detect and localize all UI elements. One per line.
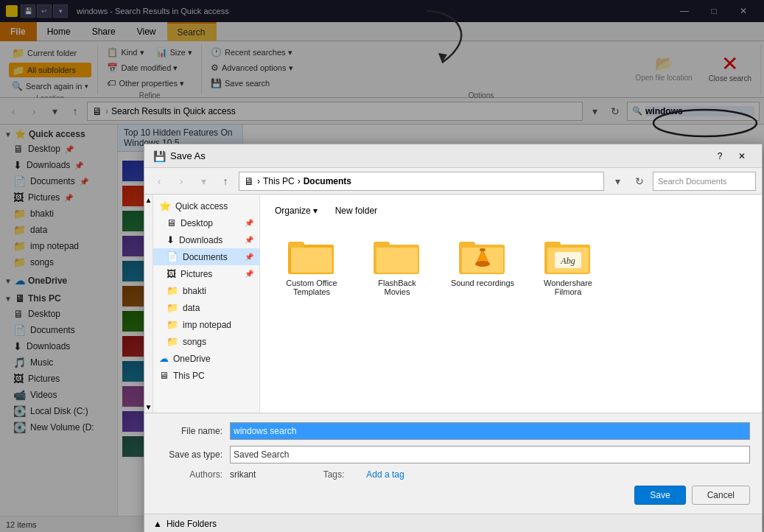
- svg-rect-3: [288, 242, 304, 248]
- svg-rect-14: [480, 248, 486, 251]
- dialog-refresh-btn[interactable]: ↻: [631, 172, 648, 190]
- dialog-close-btn[interactable]: ✕: [731, 147, 753, 166]
- dialog-organize-toolbar: Organize ▾ New folder: [269, 203, 753, 218]
- folder-label: Sound recordings: [451, 279, 514, 287]
- organize-btn[interactable]: Organize ▾: [269, 203, 323, 218]
- folder-label: Wondershare Filmora: [536, 279, 600, 296]
- dialog-body: ▲ ▼ ⭐ Quick access 🖥 Desktop 📌 ⬇: [144, 195, 762, 413]
- files-grid: Custom Office Templates FlashBack Movies: [269, 227, 753, 307]
- svg-text:Abg: Abg: [560, 256, 575, 266]
- savetype-input[interactable]: [230, 446, 750, 463]
- dialog-sidebar-bhakti[interactable]: 📁 bhakti: [153, 282, 259, 299]
- dialog-title-text: Save As: [170, 150, 709, 161]
- dialog-sidebar-thispc[interactable]: 🖥 This PC: [153, 367, 259, 384]
- dialog-breadcrumb[interactable]: 🖥 › This PC › Documents: [239, 172, 604, 191]
- authors-row: Authors: srikant Tags: Add a tag: [156, 469, 750, 480]
- scroll-up-btn[interactable]: ▲: [145, 196, 153, 204]
- dialog-search-box[interactable]: Search Documents: [653, 172, 756, 191]
- svg-rect-9: [459, 242, 475, 248]
- filename-input[interactable]: [230, 422, 750, 440]
- dialog-sidebar: ⭐ Quick access 🖥 Desktop 📌 ⬇ Downloads 📌: [153, 195, 260, 413]
- folder-sound-recordings[interactable]: Sound recordings: [446, 233, 519, 301]
- folder-flashback-movies[interactable]: FlashBack Movies: [360, 233, 434, 301]
- dialog-up-btn[interactable]: ↑: [217, 172, 234, 190]
- hide-folders-bar: ▲ Hide Folders: [144, 514, 762, 532]
- folder-custom-office-templates[interactable]: Custom Office Templates: [275, 233, 348, 301]
- dialog-sidebar-pictures[interactable]: 🖼 Pictures 📌: [153, 265, 259, 282]
- save-as-dialog: 💾 Save As ? ✕ ‹ › ▾ ↑ 🖥 › This PC › Docu…: [144, 144, 763, 532]
- svg-rect-7: [376, 248, 418, 273]
- svg-rect-16: [544, 242, 561, 248]
- dialog-sidebar-impnotepad[interactable]: 📁 imp notepad: [153, 316, 259, 333]
- svg-rect-6: [374, 242, 390, 248]
- folder-label: FlashBack Movies: [365, 279, 430, 296]
- svg-point-13: [475, 261, 490, 267]
- dialog-title-bar: 💾 Save As ? ✕: [144, 144, 762, 168]
- folder-icon-flashback: [374, 237, 421, 276]
- dialog-files: Organize ▾ New folder: [260, 195, 762, 413]
- new-folder-btn[interactable]: New folder: [329, 203, 383, 218]
- cancel-button[interactable]: Cancel: [692, 486, 750, 505]
- dialog-search-placeholder: Search Documents: [658, 177, 727, 186]
- dialog-actions: Save Cancel: [156, 486, 750, 505]
- save-button[interactable]: Save: [634, 486, 685, 505]
- dialog-sidebar-wrapper: ▲ ▼ ⭐ Quick access 🖥 Desktop 📌 ⬇: [144, 195, 260, 413]
- dialog-sidebar-data[interactable]: 📁 data: [153, 299, 259, 316]
- svg-rect-4: [291, 248, 332, 273]
- folder-icon-filmora: Abg: [544, 237, 592, 276]
- folder-wondershare-filmora[interactable]: Abg Wondershare Filmora: [531, 233, 605, 301]
- dialog-dropdown-btn[interactable]: ▾: [609, 172, 626, 190]
- dialog-sidebar-scroll: ▲ ▼: [144, 195, 153, 413]
- hide-folders-btn[interactable]: Hide Folders: [167, 519, 217, 529]
- scroll-down-btn[interactable]: ▼: [145, 403, 153, 411]
- dialog-sidebar-onedrive[interactable]: ☁ OneDrive: [153, 350, 259, 367]
- filename-row: File name:: [156, 422, 750, 440]
- dialog-bottom: File name: Save as type: Authors: srikan…: [144, 413, 762, 514]
- folder-icon-custom: [288, 237, 335, 276]
- filename-label: File name:: [156, 426, 230, 436]
- folder-label: Custom Office Templates: [279, 279, 344, 296]
- authors-label: Authors:: [156, 469, 230, 480]
- folder-icon-sound: [459, 237, 506, 276]
- dialog-sidebar-desktop[interactable]: 🖥 Desktop 📌: [153, 214, 259, 231]
- dialog-sidebar-downloads[interactable]: ⬇ Downloads 📌: [153, 231, 259, 248]
- savetype-row: Save as type:: [156, 446, 750, 463]
- dialog-sidebar-documents[interactable]: 📄 Documents 📌: [153, 248, 259, 265]
- tags-label: Tags:: [278, 469, 351, 480]
- dialog-toolbar: ‹ › ▾ ↑ 🖥 › This PC › Documents ▾ ↻ Sear…: [144, 168, 762, 195]
- tags-add-link[interactable]: Add a tag: [366, 469, 404, 480]
- dialog-help-btn[interactable]: ?: [709, 147, 731, 166]
- dialog-forward-btn[interactable]: ›: [172, 172, 190, 190]
- dialog-sidebar-quick-access[interactable]: ⭐ Quick access: [153, 197, 259, 214]
- dialog-title-controls: ? ✕: [709, 147, 753, 166]
- dialog-back-btn[interactable]: ‹: [150, 172, 168, 190]
- dialog-sidebar-songs[interactable]: 📁 songs: [153, 333, 259, 350]
- dialog-recent-btn[interactable]: ▾: [194, 172, 212, 190]
- authors-value: srikant: [230, 469, 256, 480]
- main-window: 💾 ↩ ▾ windows - Search Results in Quick …: [0, 0, 764, 532]
- savetype-label: Save as type:: [156, 449, 230, 460]
